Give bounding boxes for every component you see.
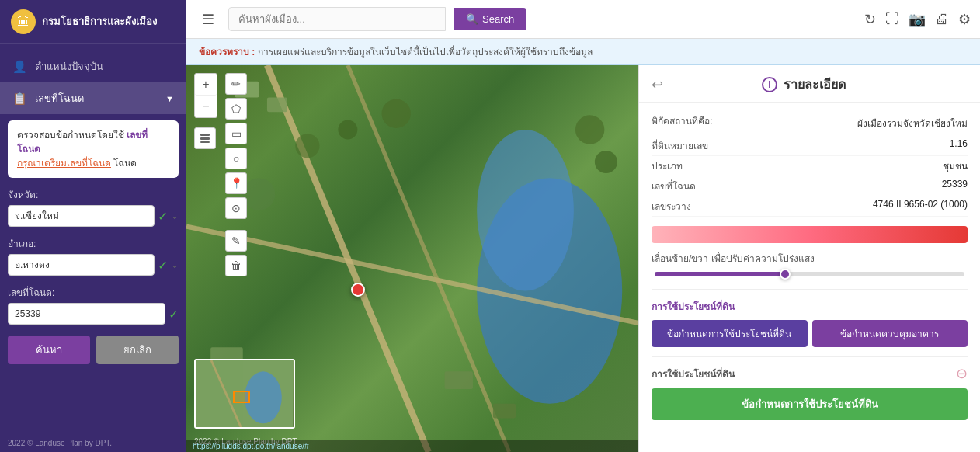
slider-label: เลื่อนซ้าย/ขวา เพื่อปรับค่าความโปร่งแสง [652,251,968,266]
topbar-icons: ↻ ⛶ 📷 🖨 ⚙ [864,11,971,28]
info-val-3: 4746 II 9656-02 (1000) [873,199,968,214]
zone-input-row: ✓ [8,303,179,325]
map-area[interactable]: + − ✏ ⬠ ▭ ○ 📍 ⊙ [186,65,638,452]
map-url: https://plludds.dpt.go.th/landuse/# [186,440,638,452]
detail-panel: ↩ i รายละเอียด พิกัดสถานที่คือ: ผังเมือง… [638,65,980,452]
sidebar-item-zone[interactable]: 📋 เลขที่โฉนด ▼ [0,82,186,114]
province-arrow-icon: ⌄ [171,210,179,221]
district-select-row: อ.หางดง ✓ ⌄ [8,254,179,276]
tab-building-control-button[interactable]: ข้อกำหนดควบคุมอาคาร [812,320,968,347]
zone-icon: 📋 [12,92,27,106]
svg-point-15 [575,115,604,144]
svg-rect-19 [200,141,210,143]
info-row-3: เลขระวาง 4746 II 9656-02 (1000) [652,196,968,217]
tab-land-use-button[interactable]: ข้อกำหนดการใช้ประโยชน์ที่ดิน [652,320,808,347]
sidebar-title: กรมโยธาธิการและผังเมือง [42,16,157,29]
province-select[interactable]: จ.เชียงใหม่ [8,205,155,227]
land-use-sub-title: การใช้ประโยชน์ที่ดิน [652,367,735,381]
detail-body: พิกัดสถานที่คือ: ผังเมืองรวมจังหวัดเชียง… [639,103,980,452]
info-key-1: ประเภท [652,158,683,173]
svg-point-13 [382,99,411,128]
search-icon: 🔍 [466,13,478,25]
sidebar-footer: 2022 © Landuse Plan by DPT. [0,434,186,452]
map-marker [351,283,365,297]
map-tools: ✏ ⬠ ▭ ○ 📍 ⊙ ✎ 🗑 [225,73,247,276]
info-val-2: 25339 [942,179,968,193]
expand-button[interactable]: ⛶ [885,11,899,27]
info-val-0: 1.16 [950,138,968,153]
svg-rect-18 [200,137,210,140]
svg-rect-6 [267,98,287,113]
district-form-group: อำเภอ: อ.หางดง ✓ ⌄ [8,236,179,276]
info-key-2: เลขที่โฉนด [652,179,696,193]
url-text: https://plludds.dpt.go.th/landuse/# [193,442,309,450]
zone-check-icon: ✓ [169,307,179,322]
select-tool-button[interactable]: ⊙ [225,197,247,219]
svg-point-12 [338,120,357,140]
sidebar-header: 🏛 กรมโยธาธิการและผังเมือง [0,0,186,44]
green-action-button[interactable]: ข้อกำหนดการใช้ประโยชน์ที่ดิน [652,388,968,420]
district-select[interactable]: อ.หางดง [8,254,155,276]
province-form-group: จังหวัด: จ.เชียงใหม่ ✓ ⌄ [8,187,179,227]
edit2-tool-button[interactable]: ✎ [225,230,247,252]
menu-button[interactable]: ☰ [196,8,221,31]
phikat-row: พิกัดสถานที่คือ: ผังเมืองรวมจังหวัดเชียง… [652,113,968,133]
cancel-button[interactable]: ยกเลิก [96,336,179,364]
phikat-label: พิกัดสถานที่คือ: [652,113,712,128]
pin-tool-button[interactable]: 📍 [225,172,247,194]
land-use-header: การใช้ประโยชน์ที่ดิน ⊖ [652,365,968,382]
zone-label: เลขที่โฉนด: [8,285,179,300]
layer-icon [199,132,211,144]
info-row-2: เลขที่โฉนด 25339 [652,176,968,196]
info-line1: ตรวจสอบข้อกำหนดโดยใช้ [17,130,124,141]
info-line2: โฉนด [113,158,137,169]
collapse-icon[interactable]: ⊖ [956,365,968,382]
map-controls: + − [194,73,217,149]
sidebar-item-location[interactable]: 👤 ตำแหน่งปัจจุบัน [0,50,186,82]
info-row-1: ประเภท ชุมชน [652,156,968,176]
info-link[interactable]: กรุณาเตรียมเลขที่โฉนด [17,158,111,169]
circle-tool-button[interactable]: ○ [225,148,247,169]
panel-back-button[interactable]: ↩ [652,76,663,93]
layer-button[interactable] [194,127,216,149]
detail-panel-title: i รายละเอียด [762,75,846,94]
search-button-top[interactable]: 🔍 Search [454,8,526,30]
map-panel-row: + − ✏ ⬠ ▭ ○ 📍 ⊙ [186,65,980,452]
sidebar-nav: 👤 ตำแหน่งปัจจุบัน 📋 เลขที่โฉนด ▼ [0,44,186,120]
chevron-icon: ▼ [165,94,174,103]
detail-panel-header: ↩ i รายละเอียด [639,65,980,103]
svg-point-11 [295,134,319,158]
district-arrow-icon: ⌄ [171,259,179,270]
rect-tool-button[interactable]: ▭ [225,123,247,144]
svg-point-21 [245,371,282,423]
mini-map-highlight [233,391,250,403]
tabs-section: การใช้ประโยชน์ที่ดิน ข้อกำหนดการใช้ประโย… [652,289,968,347]
zoom-controls: + − [194,73,217,118]
info-table: ที่ดินหมายเลข 1.16 ประเภท ชุมชน เลขที่โฉ… [652,136,968,217]
svg-rect-17 [200,134,210,136]
zoom-in-button[interactable]: + [195,74,217,96]
notice-bar: ข้อควรทราบ : การเผยแพร่และบริการข้อมูลใน… [186,39,980,65]
search-button[interactable]: ค้นหา [8,336,90,364]
refresh-button[interactable]: ↻ [864,11,876,28]
mini-map-inner [196,360,294,427]
slider-track[interactable] [655,272,964,276]
detail-title-text: รายละเอียด [784,75,846,94]
settings-button[interactable]: ⚙ [958,11,971,28]
search-input[interactable] [228,7,446,31]
sidebar-item-label-location: ตำแหน่งปัจจุบัน [35,58,103,75]
topbar: ☰ 🔍 Search ↻ ⛶ 📷 🖨 ⚙ [186,0,980,39]
edit-tool-button[interactable]: ✏ [225,73,247,95]
district-check-icon: ✓ [158,258,168,273]
svg-rect-8 [493,404,516,419]
slider-thumb[interactable] [780,269,791,280]
logo-icon: 🏛 [17,15,30,29]
zone-input[interactable] [8,303,165,325]
delete-tool-button[interactable]: 🗑 [225,255,247,276]
notice-prefix: ข้อควรทราบ : [199,44,255,59]
zoom-out-button[interactable]: − [195,96,217,117]
camera-button[interactable]: 📷 [909,11,926,28]
polygon-tool-button[interactable]: ⬠ [225,98,247,120]
svg-rect-7 [445,371,473,389]
print-button[interactable]: 🖨 [935,11,949,27]
